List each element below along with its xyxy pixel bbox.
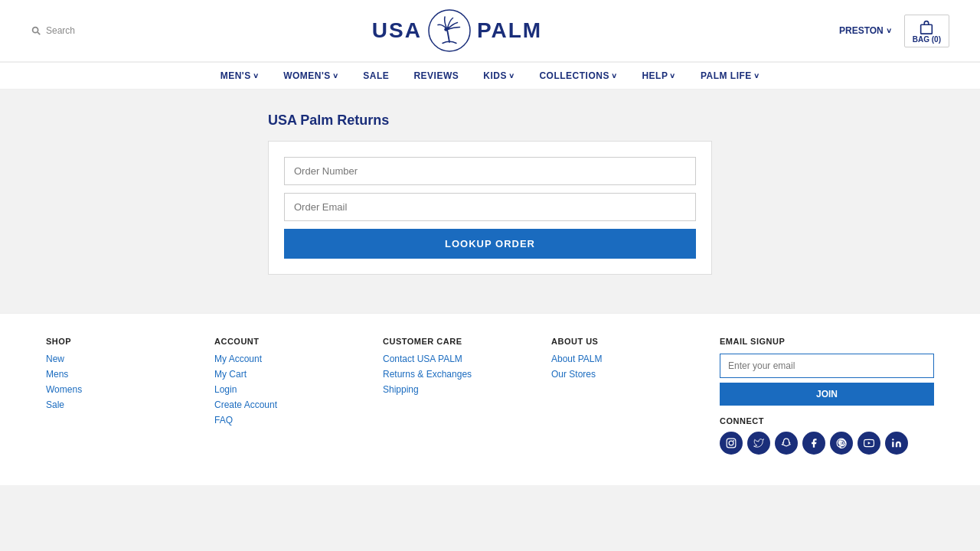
search-label[interactable]: Search (46, 25, 75, 36)
user-name: PRESTON (839, 25, 884, 36)
chevron-down-icon: ∨ (508, 72, 515, 80)
footer-about-col: ABOUT US About PALM Our Stores (551, 337, 704, 455)
logo-area: USA PALM (372, 8, 542, 54)
user-menu-chevron: ∨ (886, 27, 892, 34)
main-nav: MEN'S ∨ WOMEN'S ∨ SALE REVIEWS KIDS ∨ CO… (0, 62, 980, 90)
svg-point-4 (447, 27, 450, 30)
order-email-input[interactable] (284, 193, 696, 221)
nav-collections[interactable]: COLLECTIONS ∨ (527, 63, 629, 89)
svg-rect-6 (727, 439, 736, 448)
footer-link-create-account[interactable]: Create Account (214, 399, 368, 410)
linkedin-icon[interactable] (885, 432, 908, 455)
pinterest-icon[interactable] (830, 432, 853, 455)
nav-kids[interactable]: KIDS ∨ (471, 63, 527, 89)
returns-form: LOOKUP ORDER (268, 141, 712, 275)
chevron-down-icon: ∨ (753, 72, 760, 80)
bag-label: BAG (0) (913, 35, 941, 44)
footer-link-my-cart[interactable]: My Cart (214, 369, 368, 380)
footer-link-login[interactable]: Login (214, 384, 368, 395)
search-area[interactable]: Search (31, 25, 75, 36)
chevron-down-icon: ∨ (611, 72, 618, 80)
header: Search USA PALM (0, 0, 980, 62)
footer-customer-care-col: CUSTOMER CARE Contact USA PALM Returns &… (383, 337, 536, 455)
lookup-order-button[interactable]: LOOKUP ORDER (284, 229, 696, 259)
logo-text-right: PALM (477, 18, 542, 43)
header-right: PRESTON ∨ BAG (0) (839, 15, 949, 47)
nav-womens[interactable]: WOMEN'S ∨ (271, 63, 351, 89)
social-icons (720, 432, 934, 455)
page-title: USA Palm Returns (268, 112, 712, 129)
footer-grid: SHOP New Mens Womens Sale ACCOUNT My Acc… (46, 337, 934, 455)
instagram-icon[interactable] (720, 432, 743, 455)
svg-line-1 (38, 32, 40, 34)
main-content: USA Palm Returns LOOKUP ORDER (253, 90, 727, 298)
footer-connect-title: CONNECT (720, 416, 934, 425)
footer-link-womens[interactable]: Womens (46, 384, 199, 395)
svg-point-2 (429, 10, 470, 51)
footer-link-mens[interactable]: Mens (46, 369, 199, 380)
user-menu[interactable]: PRESTON ∨ (839, 25, 892, 36)
footer-link-about-palm[interactable]: About PALM (551, 354, 704, 364)
footer-shop-title: SHOP (46, 337, 199, 346)
nav-help[interactable]: HELP ∨ (629, 63, 688, 89)
svg-point-0 (33, 28, 38, 33)
svg-point-8 (733, 440, 734, 442)
bag-button[interactable]: BAG (0) (904, 15, 949, 47)
footer-shop-col: SHOP New Mens Womens Sale (46, 337, 199, 455)
footer-link-sale[interactable]: Sale (46, 399, 199, 410)
footer-link-contact[interactable]: Contact USA PALM (383, 354, 536, 364)
footer-account-title: ACCOUNT (214, 337, 368, 346)
nav-mens[interactable]: MEN'S ∨ (208, 63, 272, 89)
logo-icon (426, 8, 472, 54)
facebook-icon[interactable] (802, 432, 825, 455)
footer-link-my-account[interactable]: My Account (214, 354, 368, 364)
order-number-input[interactable] (284, 157, 696, 185)
twitter-icon[interactable] (747, 432, 770, 455)
footer-link-our-stores[interactable]: Our Stores (551, 369, 704, 380)
nav-reviews[interactable]: REVIEWS (401, 63, 471, 89)
footer-about-title: ABOUT US (551, 337, 704, 346)
svg-point-10 (892, 439, 893, 440)
footer-email-col: EMAIL SIGNUP Join CONNECT (720, 337, 934, 455)
svg-marker-9 (868, 442, 871, 445)
join-button[interactable]: Join (720, 383, 934, 406)
footer-link-new[interactable]: New (46, 354, 199, 364)
youtube-icon[interactable] (858, 432, 880, 455)
chevron-down-icon: ∨ (332, 72, 339, 80)
footer-link-returns[interactable]: Returns & Exchanges (383, 369, 536, 380)
snapchat-icon[interactable] (775, 432, 798, 455)
svg-rect-5 (921, 24, 933, 34)
logo-text-left: USA (372, 18, 422, 43)
footer-link-shipping[interactable]: Shipping (383, 384, 536, 395)
bag-icon (918, 18, 935, 35)
chevron-down-icon: ∨ (670, 72, 677, 80)
footer-customer-care-title: CUSTOMER CARE (383, 337, 536, 346)
footer: SHOP New Mens Womens Sale ACCOUNT My Acc… (0, 313, 980, 485)
nav-palm-life[interactable]: PALM LIFE ∨ (688, 63, 772, 89)
footer-link-faq[interactable]: FAQ (214, 415, 368, 425)
search-icon (31, 25, 41, 36)
chevron-down-icon: ∨ (253, 72, 260, 80)
footer-email-title: EMAIL SIGNUP (720, 337, 934, 346)
nav-sale[interactable]: SALE (351, 63, 401, 89)
svg-point-7 (729, 441, 733, 445)
email-signup-input[interactable] (720, 354, 934, 378)
footer-account-col: ACCOUNT My Account My Cart Login Create … (214, 337, 368, 455)
